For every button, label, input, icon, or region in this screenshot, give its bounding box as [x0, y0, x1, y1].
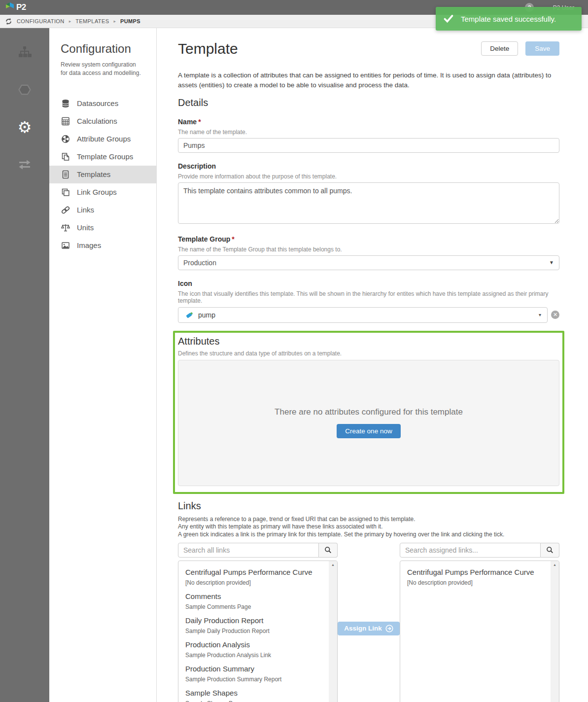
pump-icon — [184, 310, 194, 319]
template-groups-icon — [61, 152, 70, 162]
scrollbar[interactable]: ▲ ▼ — [329, 561, 337, 702]
list-item[interactable]: Centrifugal Pumps Performance Curve [No … — [185, 562, 329, 586]
clear-icon-button[interactable]: ✕ — [551, 311, 559, 319]
attributes-heading: Attributes — [178, 336, 559, 347]
save-button[interactable]: Save — [525, 41, 559, 56]
links-help: Represents a reference to a page, trend … — [178, 516, 559, 539]
scroll-up-icon[interactable]: ▲ — [329, 561, 337, 569]
template-group-value: Production — [183, 259, 216, 267]
menu-item-images[interactable]: Images — [49, 237, 156, 254]
attributes-empty-panel: There are no attributes configured for t… — [178, 360, 559, 486]
list-item[interactable]: Daily Production Report Sample Daily Pro… — [185, 610, 329, 634]
rail-item-settings[interactable]: ⚙ — [0, 113, 49, 141]
p2-logo-text: P2 — [16, 2, 26, 12]
menu-item-templates[interactable]: Templates — [49, 166, 156, 183]
images-icon — [61, 241, 70, 250]
scrollbar[interactable]: ▲ ▼ — [551, 561, 559, 702]
list-item[interactable]: Production Summary Sample Production Sum… — [185, 659, 329, 683]
template-group-select[interactable]: Production ▼ — [178, 255, 559, 270]
checkmark-icon — [444, 14, 453, 23]
menu-item-units[interactable]: Units — [49, 219, 156, 237]
search-icon — [324, 546, 332, 554]
description-textarea[interactable]: This template contains attributes common… — [178, 182, 559, 224]
templates-icon — [61, 170, 70, 179]
page-title: Template — [178, 40, 238, 57]
menu-item-label: Template Groups — [77, 152, 133, 161]
menu-item-label: Calculations — [77, 117, 117, 125]
calculator-icon — [61, 116, 70, 126]
breadcrumb-templates[interactable]: TEMPLATES — [75, 18, 109, 24]
menu-item-datasources[interactable]: Datasources — [49, 95, 156, 112]
links-help-line: A green tick indicates a link is the pri… — [178, 531, 559, 539]
list-item[interactable]: Centrifugal Pumps Performance Curve [No … — [407, 562, 551, 586]
links-help-line: Represents a reference to a page, trend … — [178, 516, 559, 524]
menu-item-label: Attribute Groups — [77, 135, 131, 143]
config-panel-title: Configuration — [61, 42, 156, 56]
p2-logo-icon — [4, 1, 15, 13]
name-label: Name* — [178, 118, 559, 126]
toast-message: Template saved successfully. — [461, 15, 556, 23]
details-heading: Details — [178, 97, 559, 108]
template-group-label: Template Group* — [178, 235, 559, 243]
name-help: The name of the template. — [178, 129, 559, 136]
links-icon — [61, 205, 70, 215]
app-window: P2 ? P2 User CONFIGURATION ▸ TEMPLATES ▸… — [0, 0, 588, 702]
chevron-down-icon: ▼ — [549, 260, 554, 265]
transfer-arrows-icon — [17, 157, 33, 172]
assign-link-button[interactable]: Assign Link — [338, 622, 400, 635]
template-group-help: The name of the Template Group that this… — [178, 246, 559, 253]
create-attribute-button[interactable]: Create one now — [337, 424, 400, 438]
refresh-icon[interactable] — [5, 18, 12, 25]
menu-item-template-groups[interactable]: Template Groups — [49, 148, 156, 166]
icon-help: The icon that visually identifies this t… — [178, 290, 559, 304]
template-intro: A template is a collection of attributes… — [178, 70, 559, 91]
menu-item-attribute-groups[interactable]: Attribute Groups — [49, 130, 156, 148]
link-groups-icon — [61, 187, 70, 197]
menu-item-label: Templates — [77, 170, 110, 178]
rail-item-hierarchy[interactable] — [0, 38, 49, 67]
description-label: Description — [178, 162, 559, 170]
breadcrumb-separator: ▸ — [69, 19, 71, 24]
search-assigned-links-button[interactable] — [541, 543, 559, 558]
list-item[interactable]: Sample Shapes Sample Shapes Page — [185, 683, 329, 702]
attributes-section-highlight: Attributes Defines the structure and dat… — [173, 331, 564, 494]
config-panel-subtitle: Review system configuration for data acc… — [61, 61, 144, 78]
list-item[interactable]: Production Analysis Sample Production An… — [185, 634, 329, 659]
menu-item-label: Datasources — [77, 99, 118, 107]
attributes-empty-message: There are no attributes configured for t… — [275, 407, 463, 417]
attributes-help: Defines the structure and data type of a… — [178, 350, 559, 357]
icon-label: Icon — [178, 280, 559, 287]
required-asterisk: * — [232, 235, 234, 243]
breadcrumb-separator: ▸ — [113, 19, 116, 24]
gear-icon: ⚙ — [18, 119, 32, 135]
description-help: Provide more information about the purpo… — [178, 173, 559, 180]
search-assigned-links-input[interactable] — [400, 543, 541, 558]
p2-logo[interactable]: P2 — [4, 1, 26, 13]
config-panel: Configuration Review system configuratio… — [49, 28, 157, 702]
attribute-groups-icon — [61, 134, 70, 144]
rail-item-entities[interactable] — [0, 75, 49, 104]
available-links-list: Centrifugal Pumps Performance Curve [No … — [178, 561, 338, 702]
config-menu: Datasources Calculations Attribute Group… — [49, 95, 156, 254]
assigned-links-list: Centrifugal Pumps Performance Curve [No … — [400, 561, 559, 702]
hexagon-icon — [17, 82, 33, 98]
units-icon — [61, 223, 70, 233]
scroll-up-icon[interactable]: ▲ — [551, 561, 559, 569]
links-help-line: Any entity with this template as primary… — [178, 523, 559, 531]
menu-item-label: Link Groups — [77, 188, 117, 196]
icon-value: pump — [198, 311, 215, 319]
rail-item-transfer[interactable] — [0, 150, 49, 179]
list-item[interactable]: Comments Sample Comments Page — [185, 586, 329, 610]
menu-item-calculations[interactable]: Calculations — [49, 112, 156, 130]
search-all-links-button[interactable] — [319, 543, 338, 558]
search-icon — [546, 546, 553, 554]
name-input[interactable] — [178, 138, 559, 153]
search-all-links-input[interactable] — [178, 543, 319, 558]
breadcrumb-configuration[interactable]: CONFIGURATION — [17, 18, 65, 24]
icon-select[interactable]: pump ▾ — [178, 307, 548, 323]
hierarchy-icon — [17, 45, 33, 59]
delete-button[interactable]: Delete — [481, 41, 518, 56]
menu-item-links[interactable]: Links — [49, 201, 156, 219]
menu-item-link-groups[interactable]: Link Groups — [49, 183, 156, 201]
menu-item-label: Units — [77, 223, 94, 232]
